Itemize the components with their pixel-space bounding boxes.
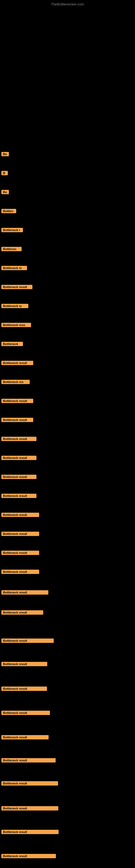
bottleneck-result-item: Bottleneck result	[1, 735, 49, 739]
bottleneck-result-item: Bottleneck result	[1, 639, 54, 643]
bottleneck-result-item: Bottleneck result	[1, 551, 39, 555]
bottleneck-result-item: Bottleneck result	[1, 494, 37, 498]
bottleneck-result-item: Bottleneck result	[1, 758, 56, 763]
bottleneck-result-item: Bottleneck	[1, 342, 23, 346]
bottleneck-result-item: Bottleneck result	[1, 532, 39, 536]
bottleneck-result-item: Bottleneck result	[1, 475, 37, 479]
bottleneck-result-item: Bottleneck re	[1, 266, 27, 270]
bottleneck-result-item: Bottlen	[1, 209, 16, 213]
bottleneck-result-item: Bottleneck result	[1, 830, 58, 834]
bottleneck-result-item: Bo	[1, 190, 9, 194]
bottleneck-result-item: Bottleneck result	[1, 610, 43, 615]
bottleneck-result-item: Bottleneck result	[1, 590, 48, 595]
bottleneck-result-item: Bottleneck result	[1, 513, 39, 517]
bottleneck-result-item: Bottleneck resu	[1, 323, 31, 327]
bottleneck-result-item: Bottleneck result	[1, 686, 47, 691]
bottleneck-result-item: Bottleneck result	[1, 806, 58, 810]
bottleneck-result-item: Bottleneck result	[1, 854, 56, 858]
bottleneck-result-item: Bottleneck result	[1, 418, 33, 422]
bottleneck-result-item: Bottleneck result	[1, 711, 50, 715]
bottleneck-result-item: Bottleneck result	[1, 569, 39, 574]
bottleneck-result-item: B	[1, 171, 8, 175]
bottleneck-result-item: Bottleneck res	[1, 380, 30, 384]
bottleneck-result-item: Bottleneck re	[1, 304, 28, 308]
bottleneck-result-item: Bottleneck r	[1, 228, 23, 232]
bottleneck-result-item: Bottleneck result	[1, 781, 58, 785]
bottleneck-result-item: Bottleneck result	[1, 662, 47, 666]
bottleneck-result-item: Bottleneck result	[1, 361, 33, 365]
bottleneck-result-item: Bottleneck result	[1, 399, 33, 403]
bottleneck-result-item: Bottleneck result	[1, 285, 32, 289]
site-title: TheBottlenecker.com	[51, 2, 84, 6]
bottleneck-result-item: Bo	[1, 152, 9, 156]
bottleneck-result-item: Bottleneck result	[1, 437, 37, 441]
bottleneck-result-item: Bottlenec	[1, 247, 21, 251]
bottleneck-result-item: Bottleneck result	[1, 456, 37, 460]
